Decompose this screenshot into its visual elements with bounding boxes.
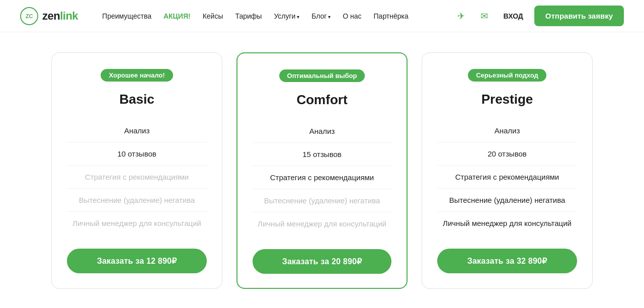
pricing-card-prestige: Серьезный подходPrestigeАнализ20 отзывов… — [422, 52, 593, 289]
login-button[interactable]: ВХОД — [504, 12, 523, 20]
card-order-button[interactable]: Заказать за 20 890₽ — [253, 249, 391, 274]
feature-item: Вытеснение (удаление) негатива — [253, 189, 391, 212]
card-order-button[interactable]: Заказать за 32 890₽ — [437, 249, 577, 273]
telegram-icon-btn[interactable]: ✈ — [453, 8, 469, 24]
header-icons: ✈ ✉ ВХОД Отправить заявку — [453, 6, 624, 26]
feature-item: Вытеснение (удаление) негатива — [437, 189, 577, 212]
feature-item: Стратегия с рекомендациями — [67, 166, 207, 189]
email-icon: ✉ — [480, 11, 488, 22]
submit-button[interactable]: Отправить заявку — [534, 6, 624, 26]
nav-item-------[interactable]: АКЦИЯ! — [164, 12, 191, 20]
feature-item: 15 отзывов — [253, 143, 391, 166]
feature-item: Анализ — [67, 119, 207, 142]
nav-item-------[interactable]: Тарифы — [235, 12, 262, 20]
nav-item-----[interactable]: Блог — [311, 12, 331, 20]
nav-item-------[interactable]: Услуги — [274, 12, 299, 20]
card-features: Анализ20 отзывовСтратегия с рекомендация… — [437, 119, 577, 235]
email-icon-btn[interactable]: ✉ — [476, 8, 493, 24]
logo-circle: ZC — [20, 7, 38, 25]
card-badge: Оптимальный выбор — [279, 69, 365, 82]
logo[interactable]: ZC zenlink — [20, 7, 78, 25]
telegram-icon: ✈ — [457, 11, 465, 22]
feature-item: Анализ — [253, 120, 391, 143]
card-badge: Хорошее начало! — [101, 69, 173, 82]
feature-item: Анализ — [437, 119, 577, 142]
feature-item: Личный менеджер для консультаций — [253, 212, 391, 235]
card-features: Анализ15 отзывовСтратегия с рекомендация… — [253, 120, 391, 235]
feature-item: Личный менеджер для консультаций — [67, 212, 207, 235]
nav-item------[interactable]: О нас — [343, 12, 361, 20]
card-badge: Серьезный подход — [468, 69, 546, 82]
card-title: Basic — [119, 92, 154, 107]
feature-item: 10 отзывов — [67, 142, 207, 166]
main-nav: ПреимуществаАКЦИЯ!КейсыТарифыУслугиБлогО… — [102, 12, 437, 20]
nav-item------[interactable]: Кейсы — [203, 12, 223, 20]
pricing-card-basic: Хорошее начало!BasicАнализ10 отзывовСтра… — [51, 52, 222, 289]
header: ZC zenlink ПреимуществаАКЦИЯ!КейсыТарифы… — [0, 0, 644, 32]
feature-item: Стратегия с рекомендациями — [437, 166, 577, 189]
feature-item: 20 отзывов — [437, 142, 577, 166]
nav-item-------------[interactable]: Преимущества — [102, 12, 151, 20]
pricing-card-comfort: Оптимальный выборComfortАнализ15 отзывов… — [236, 52, 408, 289]
feature-item: Личный менеджер для консультаций — [437, 212, 577, 235]
card-order-button[interactable]: Заказать за 12 890₽ — [67, 249, 207, 273]
card-title: Comfort — [296, 92, 347, 108]
nav-item----------[interactable]: Партнёрка — [374, 12, 409, 20]
pricing-section: Хорошее начало!BasicАнализ10 отзывовСтра… — [0, 32, 644, 308]
card-title: Prestige — [481, 92, 533, 107]
feature-item: Стратегия с рекомендациями — [253, 166, 391, 189]
feature-item: Вытеснение (удаление) негатива — [67, 189, 207, 212]
card-features: Анализ10 отзывовСтратегия с рекомендация… — [67, 119, 207, 235]
logo-text: zenlink — [42, 10, 78, 23]
